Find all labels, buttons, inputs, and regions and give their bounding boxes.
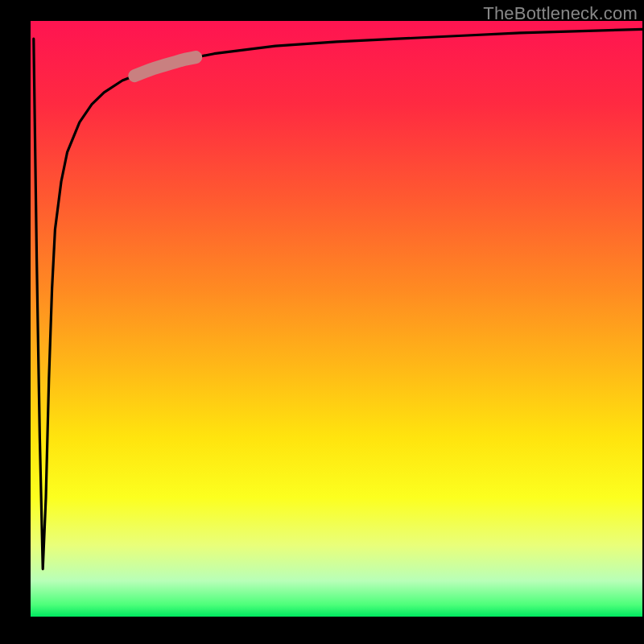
watermark-text: TheBottleneck.com [483,3,638,24]
y-axis-strip [0,0,31,644]
x-axis-strip [0,617,644,644]
plot-gradient-background [31,21,642,617]
chart-frame: TheBottleneck.com [0,0,644,644]
